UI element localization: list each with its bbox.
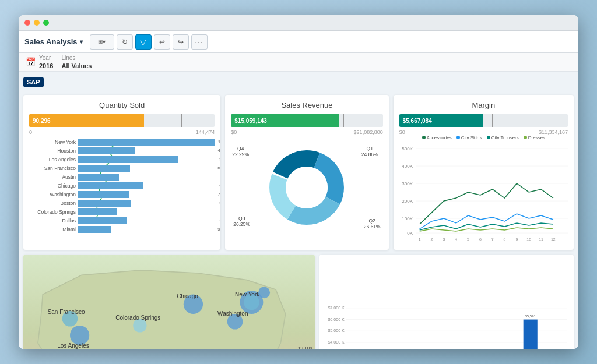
chevron-down-icon: ▾ [80, 38, 83, 45]
svg-text:San Francisco: San Francisco [48, 309, 85, 315]
svg-text:200K: 200K [402, 199, 413, 204]
filter-button[interactable]: ▽ [135, 34, 152, 50]
quantity-gauge: 90,296 [29, 114, 215, 127]
revenue-value: $15,059,143 [234, 118, 267, 124]
svg-text:5: 5 [467, 237, 469, 241]
donut-svg [260, 141, 353, 234]
svg-text:1: 1 [418, 237, 420, 241]
sales-revenue-card: Sales Revenue $15,059,143 $0 $21,082,800 [225, 95, 388, 250]
dresses-dot [524, 136, 527, 139]
svg-text:New York: New York [235, 291, 259, 298]
table-row: Dallas 4,932 [29, 217, 215, 224]
table-row: Houston 47 [29, 147, 215, 154]
q2-label: Q2 26.61% [364, 218, 381, 229]
app-name-label: Sales Analysis [24, 37, 78, 46]
margin-line-chart: 500K 400K 300K 200K 100K 0K [399, 143, 568, 244]
quantity-value: 90,296 [33, 118, 51, 124]
lines-filter[interactable]: Lines All Values [61, 54, 92, 70]
sales-chart-svg: $7,000 K $6,000 K $5,000 K $4,000 K $3,0… [325, 260, 568, 349]
svg-text:$5,591: $5,591 [525, 314, 536, 318]
grid-view-button[interactable]: ⊞▾ [90, 34, 114, 50]
margin-value: $5,667,084 [403, 118, 432, 124]
revenue-gauge-range: $0 $21,082,800 [231, 129, 382, 135]
sales-revenue-title: Sales Revenue [231, 101, 382, 109]
revenue-max: $21,082,800 [354, 129, 383, 135]
svg-point-4 [286, 167, 328, 208]
margin-chart-svg: 500K 400K 300K 200K 100K 0K [399, 143, 568, 242]
more-button[interactable]: ··· [191, 34, 208, 50]
revenue-gauge-fill: $15,059,143 [231, 114, 339, 127]
svg-text:100K: 100K [402, 217, 413, 221]
svg-text:Washington: Washington [217, 310, 248, 317]
dresses-legend: Dresses [524, 135, 545, 140]
margin-max: $11,334,167 [539, 129, 568, 135]
svg-text:3: 3 [443, 237, 445, 241]
table-row: Austin [29, 174, 215, 181]
table-row: New York 13,342 [29, 139, 215, 146]
cityskirts-legend: City Skirts [456, 135, 482, 140]
svg-text:11: 11 [539, 237, 543, 241]
sap-logo: SAP [23, 77, 44, 87]
svg-text:$7,000 K: $7,000 K [328, 306, 345, 310]
q3-label: Q3 26.25% [233, 215, 250, 227]
svg-text:Los Angeles: Los Angeles [57, 342, 89, 349]
main-window: Sales Analysis ▾ ⊞▾ ↻ ▽ ↩ ↪ ··· 📅 Year 2… [19, 15, 578, 349]
svg-text:0K: 0K [407, 231, 413, 236]
revenue-gauge: $15,059,143 [231, 114, 382, 127]
top-cards-row: Quantity Sold 90,296 0 144,474 [23, 95, 574, 250]
q1-label: Q1 24.86% [361, 146, 378, 157]
year-filter[interactable]: Year 2016 [39, 54, 53, 70]
year-label: Year [39, 54, 53, 62]
margin-gauge-range: $0 $11,334,167 [399, 129, 568, 135]
maximize-button[interactable] [43, 20, 49, 26]
cityskirts-dot [456, 136, 460, 139]
close-button[interactable] [24, 20, 30, 26]
quantity-sold-title: Quantity Sold [29, 101, 215, 109]
undo-button[interactable]: ↩ [154, 34, 170, 50]
map-background: New York Washington Chicago Houston Aust… [23, 255, 315, 349]
margin-min: $0 [399, 129, 405, 135]
table-row: San Francisco 63 [29, 165, 215, 172]
citytrousers-legend: City Trousers [487, 135, 519, 140]
svg-text:8: 8 [503, 237, 505, 241]
svg-text:10: 10 [526, 237, 531, 241]
lines-value: All Values [61, 62, 92, 70]
margin-gauge-fill: $5,667,084 [399, 114, 484, 127]
svg-rect-90 [523, 320, 537, 349]
quantity-min: 0 [29, 129, 32, 135]
svg-text:9: 9 [515, 237, 518, 241]
redo-button[interactable]: ↪ [173, 34, 189, 50]
map-side-values: 19,109 6,519 4,630 [298, 345, 312, 349]
svg-text:12: 12 [551, 237, 556, 241]
table-row: Chicago 6,519 [29, 182, 215, 189]
svg-text:Colorado Springs: Colorado Springs [115, 314, 160, 321]
svg-text:6: 6 [479, 237, 482, 241]
map-value-1: 19,109 [298, 345, 312, 349]
minimize-button[interactable] [34, 20, 40, 26]
q4-label: Q4 22.29% [232, 146, 249, 157]
svg-text:500K: 500K [402, 147, 413, 151]
table-row: Los Angeles 9,869 [29, 156, 215, 163]
quantity-gauge-range: 0 144,474 [29, 129, 215, 135]
map-card: New York Washington Chicago Houston Aust… [23, 255, 315, 349]
refresh-button[interactable]: ↻ [117, 34, 133, 50]
svg-text:$4,000 K: $4,000 K [328, 340, 345, 345]
quantity-gauge-fill: 90,296 [29, 114, 144, 127]
calendar-icon: 📅 [26, 57, 36, 66]
titlebar [19, 15, 578, 31]
year-value: 2016 [39, 62, 53, 70]
revenue-min: $0 [231, 129, 237, 135]
table-row: Washington 75 [29, 191, 215, 198]
quantity-bar-chart: New York 13,342 Houston 47 [29, 139, 215, 233]
citytrousers-dot [487, 136, 490, 139]
bottom-row: New York Washington Chicago Houston Aust… [23, 255, 574, 349]
svg-text:2: 2 [430, 237, 433, 241]
svg-text:300K: 300K [402, 182, 413, 186]
toolbar: Sales Analysis ▾ ⊞▾ ↻ ▽ ↩ ↪ ··· [19, 31, 578, 53]
table-row: Colorado Springs [29, 208, 215, 215]
quantity-sold-card: Quantity Sold 90,296 0 144,474 [23, 95, 220, 250]
app-name[interactable]: Sales Analysis ▾ [24, 37, 83, 46]
svg-text:Chicago: Chicago [177, 293, 198, 299]
svg-text:$6,000 K: $6,000 K [328, 317, 345, 322]
sales-chart-card: $7,000 K $6,000 K $5,000 K $4,000 K $3,0… [319, 255, 574, 349]
